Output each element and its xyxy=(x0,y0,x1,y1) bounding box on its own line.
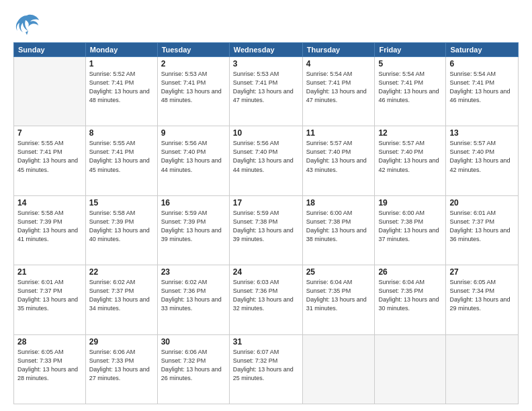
calendar-cell: 24Sunrise: 6:03 AMSunset: 7:36 PMDayligh… xyxy=(229,265,302,334)
calendar-cell: 28Sunrise: 6:05 AMSunset: 7:33 PMDayligh… xyxy=(14,334,86,404)
calendar-cell xyxy=(446,334,519,404)
day-info: Sunrise: 5:58 AMSunset: 7:39 PMDaylight:… xyxy=(17,209,82,244)
day-info: Sunrise: 5:54 AMSunset: 7:41 PMDaylight:… xyxy=(378,70,442,105)
day-info: Sunrise: 5:57 AMSunset: 7:40 PMDaylight:… xyxy=(378,139,442,174)
day-info: Sunrise: 6:00 AMSunset: 7:38 PMDaylight:… xyxy=(378,209,442,244)
day-info: Sunrise: 5:55 AMSunset: 7:41 PMDaylight:… xyxy=(89,139,154,174)
day-number: 2 xyxy=(161,59,226,68)
week-row-1: 1Sunrise: 5:52 AMSunset: 7:41 PMDaylight… xyxy=(14,57,519,126)
weekday-header-thursday: Thursday xyxy=(302,43,375,57)
calendar-cell: 31Sunrise: 6:07 AMSunset: 7:32 PMDayligh… xyxy=(229,334,302,404)
day-info: Sunrise: 5:53 AMSunset: 7:41 PMDaylight:… xyxy=(161,70,226,105)
calendar-cell: 15Sunrise: 5:58 AMSunset: 7:39 PMDayligh… xyxy=(85,195,157,265)
calendar-cell: 23Sunrise: 6:02 AMSunset: 7:36 PMDayligh… xyxy=(157,265,229,334)
day-info: Sunrise: 6:06 AMSunset: 7:33 PMDaylight:… xyxy=(89,348,154,383)
day-info: Sunrise: 5:55 AMSunset: 7:41 PMDaylight:… xyxy=(17,139,82,174)
weekday-header-sunday: Sunday xyxy=(14,43,86,57)
calendar-cell: 14Sunrise: 5:58 AMSunset: 7:39 PMDayligh… xyxy=(14,195,86,265)
day-number: 14 xyxy=(17,198,82,208)
page: SundayMondayTuesdayWednesdayThursdayFrid… xyxy=(0,0,532,411)
day-number: 10 xyxy=(233,128,299,138)
day-number: 13 xyxy=(449,128,515,138)
day-number: 12 xyxy=(378,128,442,138)
weekday-header-friday: Friday xyxy=(375,43,446,57)
day-number: 24 xyxy=(233,267,299,277)
day-number: 25 xyxy=(306,267,371,277)
calendar-cell: 9Sunrise: 5:56 AMSunset: 7:40 PMDaylight… xyxy=(157,126,229,195)
calendar-cell: 16Sunrise: 5:59 AMSunset: 7:39 PMDayligh… xyxy=(157,195,229,265)
logo xyxy=(13,12,42,36)
calendar-cell: 2Sunrise: 5:53 AMSunset: 7:41 PMDaylight… xyxy=(157,57,229,126)
day-number: 27 xyxy=(449,267,515,277)
day-info: Sunrise: 6:03 AMSunset: 7:36 PMDaylight:… xyxy=(233,278,299,313)
calendar: SundayMondayTuesdayWednesdayThursdayFrid… xyxy=(13,42,519,404)
day-info: Sunrise: 6:06 AMSunset: 7:32 PMDaylight:… xyxy=(161,348,226,383)
calendar-cell: 21Sunrise: 6:01 AMSunset: 7:37 PMDayligh… xyxy=(14,265,86,334)
week-row-3: 14Sunrise: 5:58 AMSunset: 7:39 PMDayligh… xyxy=(14,195,519,265)
day-info: Sunrise: 6:01 AMSunset: 7:37 PMDaylight:… xyxy=(449,209,515,244)
day-number: 17 xyxy=(233,198,299,208)
day-number: 7 xyxy=(17,128,82,138)
calendar-cell: 17Sunrise: 5:59 AMSunset: 7:38 PMDayligh… xyxy=(229,195,302,265)
day-number: 30 xyxy=(161,337,226,347)
weekday-header-row: SundayMondayTuesdayWednesdayThursdayFrid… xyxy=(14,43,519,57)
day-info: Sunrise: 6:00 AMSunset: 7:38 PMDaylight:… xyxy=(306,209,371,244)
calendar-cell: 8Sunrise: 5:55 AMSunset: 7:41 PMDaylight… xyxy=(85,126,157,195)
calendar-cell: 20Sunrise: 6:01 AMSunset: 7:37 PMDayligh… xyxy=(446,195,519,265)
calendar-cell: 4Sunrise: 5:54 AMSunset: 7:41 PMDaylight… xyxy=(302,57,375,126)
day-number: 4 xyxy=(306,59,371,68)
day-number: 9 xyxy=(161,128,226,138)
day-number: 16 xyxy=(161,198,226,208)
calendar-cell: 19Sunrise: 6:00 AMSunset: 7:38 PMDayligh… xyxy=(375,195,446,265)
week-row-4: 21Sunrise: 6:01 AMSunset: 7:37 PMDayligh… xyxy=(14,265,519,334)
calendar-cell: 30Sunrise: 6:06 AMSunset: 7:32 PMDayligh… xyxy=(157,334,229,404)
day-info: Sunrise: 6:04 AMSunset: 7:35 PMDaylight:… xyxy=(306,278,371,313)
day-info: Sunrise: 5:54 AMSunset: 7:41 PMDaylight:… xyxy=(306,70,371,105)
calendar-cell: 7Sunrise: 5:55 AMSunset: 7:41 PMDaylight… xyxy=(14,126,86,195)
day-number: 15 xyxy=(89,198,154,208)
day-info: Sunrise: 6:05 AMSunset: 7:33 PMDaylight:… xyxy=(17,348,82,383)
day-info: Sunrise: 6:04 AMSunset: 7:35 PMDaylight:… xyxy=(378,278,442,313)
calendar-cell: 11Sunrise: 5:57 AMSunset: 7:40 PMDayligh… xyxy=(302,126,375,195)
day-info: Sunrise: 6:02 AMSunset: 7:36 PMDaylight:… xyxy=(161,278,226,313)
day-info: Sunrise: 5:57 AMSunset: 7:40 PMDaylight:… xyxy=(449,139,515,174)
weekday-header-tuesday: Tuesday xyxy=(157,43,229,57)
week-row-2: 7Sunrise: 5:55 AMSunset: 7:41 PMDaylight… xyxy=(14,126,519,195)
weekday-header-saturday: Saturday xyxy=(446,43,519,57)
day-number: 20 xyxy=(449,198,515,208)
calendar-cell: 29Sunrise: 6:06 AMSunset: 7:33 PMDayligh… xyxy=(85,334,157,404)
calendar-cell: 22Sunrise: 6:02 AMSunset: 7:37 PMDayligh… xyxy=(85,265,157,334)
day-info: Sunrise: 5:56 AMSunset: 7:40 PMDaylight:… xyxy=(233,139,299,174)
day-info: Sunrise: 6:05 AMSunset: 7:34 PMDaylight:… xyxy=(449,278,515,313)
week-row-5: 28Sunrise: 6:05 AMSunset: 7:33 PMDayligh… xyxy=(14,334,519,404)
calendar-cell: 13Sunrise: 5:57 AMSunset: 7:40 PMDayligh… xyxy=(446,126,519,195)
day-info: Sunrise: 5:53 AMSunset: 7:41 PMDaylight:… xyxy=(233,70,299,105)
calendar-cell: 1Sunrise: 5:52 AMSunset: 7:41 PMDaylight… xyxy=(85,57,157,126)
day-number: 28 xyxy=(17,337,82,347)
day-number: 3 xyxy=(233,59,299,68)
day-info: Sunrise: 5:56 AMSunset: 7:40 PMDaylight:… xyxy=(161,139,226,174)
day-number: 8 xyxy=(89,128,154,138)
calendar-cell xyxy=(14,57,86,126)
day-info: Sunrise: 5:58 AMSunset: 7:39 PMDaylight:… xyxy=(89,209,154,244)
day-number: 26 xyxy=(378,267,442,277)
weekday-header-wednesday: Wednesday xyxy=(229,43,302,57)
day-info: Sunrise: 6:07 AMSunset: 7:32 PMDaylight:… xyxy=(233,348,299,383)
calendar-cell: 27Sunrise: 6:05 AMSunset: 7:34 PMDayligh… xyxy=(446,265,519,334)
header xyxy=(13,12,519,36)
day-info: Sunrise: 5:59 AMSunset: 7:38 PMDaylight:… xyxy=(233,209,299,244)
day-number: 6 xyxy=(449,59,515,68)
day-number: 23 xyxy=(161,267,226,277)
day-number: 18 xyxy=(306,198,371,208)
day-number: 22 xyxy=(89,267,154,277)
calendar-cell: 26Sunrise: 6:04 AMSunset: 7:35 PMDayligh… xyxy=(375,265,446,334)
calendar-cell xyxy=(375,334,446,404)
day-info: Sunrise: 5:57 AMSunset: 7:40 PMDaylight:… xyxy=(306,139,371,174)
calendar-cell: 10Sunrise: 5:56 AMSunset: 7:40 PMDayligh… xyxy=(229,126,302,195)
calendar-cell: 18Sunrise: 6:00 AMSunset: 7:38 PMDayligh… xyxy=(302,195,375,265)
calendar-cell: 5Sunrise: 5:54 AMSunset: 7:41 PMDaylight… xyxy=(375,57,446,126)
day-number: 31 xyxy=(233,337,299,347)
day-number: 19 xyxy=(378,198,442,208)
day-number: 11 xyxy=(306,128,371,138)
day-info: Sunrise: 6:02 AMSunset: 7:37 PMDaylight:… xyxy=(89,278,154,313)
